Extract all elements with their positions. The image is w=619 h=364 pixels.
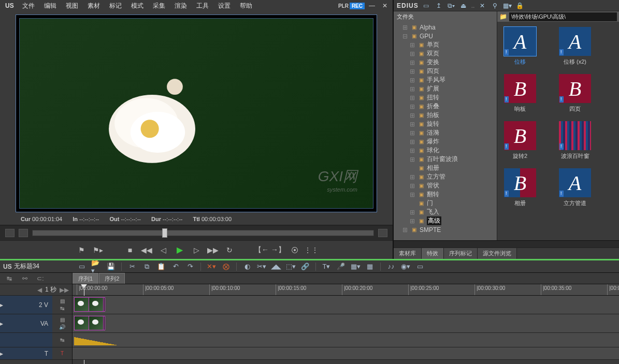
voice-button[interactable]: 🎤 <box>336 262 346 271</box>
redo-button[interactable]: ↷ <box>185 262 195 271</box>
paste-button[interactable]: 📋 <box>156 262 166 271</box>
track-header-audio[interactable]: ↹ <box>0 333 72 347</box>
menu-render[interactable]: 渲染 <box>170 1 191 11</box>
stop-button[interactable]: ■ <box>124 244 136 256</box>
tree-item[interactable]: ⊞▣翻转 <box>394 190 497 199</box>
expand-icon[interactable]: ⊞ <box>409 112 415 119</box>
expand-icon[interactable]: ⊞ <box>409 156 415 163</box>
close-panel-icon[interactable]: ✕ <box>478 2 487 10</box>
tree-item[interactable]: ⊞▣Alpha <box>394 23 497 32</box>
expand-icon[interactable]: ↹ <box>59 337 66 343</box>
expand-icon[interactable]: ⊞ <box>409 191 415 198</box>
close-button[interactable]: ✕ <box>379 1 391 10</box>
trim-button[interactable]: ◢◣ <box>271 262 281 271</box>
tree-item[interactable]: ⊞▣爆炸 <box>394 137 497 146</box>
clip-v2[interactable] <box>74 297 105 312</box>
split-button[interactable]: ✂▾ <box>256 262 267 271</box>
track-v2[interactable] <box>73 296 619 314</box>
tree-item[interactable]: ⊞▣变换 <box>394 58 497 67</box>
tree-item[interactable]: ⊞▣管状 <box>394 181 497 190</box>
tab-browser[interactable]: 源文件浏览 <box>478 248 517 259</box>
export-button[interactable]: ▦ <box>365 262 375 271</box>
expand-icon[interactable]: ⊞ <box>409 121 415 128</box>
effect-item[interactable]: A位移 (x2) <box>555 27 595 66</box>
timeline-ruler[interactable]: |00:00:00:00|00:00:05:00|00:00:10:00|00:… <box>73 284 619 296</box>
ripple-mode-icon[interactable]: ↹ <box>3 274 16 283</box>
mixer-button[interactable]: ♪♪ <box>386 262 396 271</box>
new-sequence-button[interactable]: ▭ <box>77 262 87 271</box>
tree-item[interactable]: ⊞▣手风琴 <box>394 76 497 84</box>
open-button[interactable]: 📂▾ <box>91 262 102 271</box>
menu-mode[interactable]: 模式 <box>127 1 148 11</box>
track-header-v2[interactable]: ▸2 V ▤↹ <box>0 296 72 314</box>
scrub-next-button[interactable] <box>19 229 28 237</box>
tree-item[interactable]: ⊞▣四页 <box>394 67 497 76</box>
set-in-button[interactable]: ⚑ <box>76 244 87 256</box>
folder-icon[interactable]: 📁 <box>499 13 507 20</box>
effect-item[interactable]: B响板 <box>500 74 540 113</box>
menu-marker[interactable]: 标记 <box>105 1 126 11</box>
scale-prev-icon[interactable]: ◀ <box>37 286 42 294</box>
effects-path[interactable]: \特效\转场\GPU\高级\ <box>509 12 617 21</box>
fast-forward-button[interactable]: ▶▶ <box>207 244 219 256</box>
seq-tab-2[interactable]: 序列2 <box>99 273 125 284</box>
ripple-delete-button[interactable]: ⨂ <box>221 262 231 271</box>
rewind-button[interactable]: ◀◀ <box>141 244 152 256</box>
menu-view[interactable]: 视图 <box>62 1 82 11</box>
play-button[interactable]: ▶ <box>174 244 185 256</box>
effect-item[interactable]: 波浪百叶窗 <box>555 121 595 160</box>
clip-va[interactable] <box>74 316 105 330</box>
effect-item[interactable]: A位移 <box>500 27 540 66</box>
tree-body[interactable]: ⊞▣Alpha⊟▣GPU⊞▣单页⊞▣双页⊞▣变换⊞▣四页⊞▣手风琴⊞▣扩展⊞▣扭… <box>394 22 497 240</box>
expand-icon[interactable]: ⊞ <box>409 103 415 110</box>
tree-item[interactable]: ⊞▣折叠 <box>394 102 497 111</box>
tab-markers[interactable]: 序列标记 <box>444 248 478 259</box>
audio-fade[interactable] <box>74 337 118 345</box>
new-bin-icon[interactable]: ▭ <box>422 2 431 10</box>
cut-button[interactable]: ✂ <box>127 262 137 271</box>
expand-icon[interactable]: ⊞ <box>409 138 415 145</box>
snap-mode-icon[interactable]: ⊂: <box>34 274 47 283</box>
tree-item[interactable]: ⊞▣百叶窗波浪 <box>394 155 497 164</box>
undo-button[interactable]: ↶ <box>170 262 181 271</box>
next-frame-button[interactable]: ▷ <box>191 244 202 256</box>
menu-edit[interactable]: 编辑 <box>40 1 61 11</box>
menu-tools[interactable]: 工具 <box>192 1 213 11</box>
tc-cur-val[interactable]: 00:00:01:04 <box>32 216 62 222</box>
expand-icon[interactable]: ⊞ <box>402 24 408 31</box>
tree-item[interactable]: ⊞▣单页 <box>394 40 497 49</box>
minimize-button[interactable]: — <box>366 1 378 10</box>
scrub-prev-button[interactable] <box>5 229 15 237</box>
tab-effects[interactable]: 特效 <box>422 248 444 259</box>
menu-file[interactable]: 文件 <box>18 1 39 11</box>
scrub-track[interactable] <box>32 230 374 236</box>
expand-icon[interactable]: ⊞ <box>409 94 415 101</box>
track-title[interactable] <box>73 347 619 360</box>
expand-icon[interactable]: ⊞ <box>409 77 415 84</box>
tc-dur-val[interactable]: --:--:--:-- <box>163 216 182 222</box>
scale-label[interactable]: 1 秒 <box>45 285 56 294</box>
expand-icon[interactable]: ⊞ <box>409 173 415 181</box>
extra-button[interactable]: ⋮⋮ <box>306 244 317 256</box>
tree-item[interactable]: ⊞▣涟漪 <box>394 128 497 137</box>
title-track-icon[interactable]: T <box>59 351 66 357</box>
track-audio[interactable] <box>73 333 619 347</box>
track-header-va[interactable]: ▸VA ▤🔊 <box>0 314 72 333</box>
insert-button[interactable]: 【← <box>256 244 267 256</box>
tree-item[interactable]: ⊞▣旋转 <box>394 120 497 128</box>
tc-in-val[interactable]: --:--:--:-- <box>79 216 99 222</box>
tab-bin[interactable]: 素材库 <box>394 248 422 259</box>
lock-icon[interactable]: 🔒 <box>515 2 524 10</box>
expand-icon[interactable]: ⊟ <box>402 33 408 40</box>
tree-item[interactable]: ⊞▣球化 <box>394 146 497 155</box>
expand-icon[interactable]: ⊞ <box>409 41 415 49</box>
scrub-handle[interactable] <box>162 228 167 238</box>
tree-item[interactable]: ⊞▣SMPTE <box>394 225 497 234</box>
up-icon[interactable]: ↥ <box>434 2 443 10</box>
render-button[interactable]: ▦▾ <box>350 262 361 271</box>
delete-button[interactable]: ✕▾ <box>206 262 217 271</box>
monitor-button[interactable]: ▭ <box>415 262 425 271</box>
tree-item[interactable]: ⊞▣立方管 <box>394 172 497 181</box>
scale-next-icon[interactable]: ▶▶ <box>60 286 69 294</box>
expand-icon[interactable]: ⊞ <box>409 68 415 75</box>
